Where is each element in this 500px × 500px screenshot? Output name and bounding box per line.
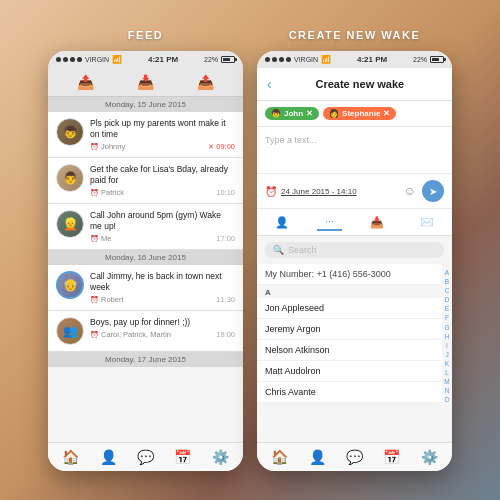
alpha-m[interactable]: M <box>444 377 449 386</box>
avatar: 👥 <box>56 317 84 345</box>
contact-item[interactable]: Chris Avante <box>257 382 442 403</box>
contact-item[interactable]: Matt Audolron <box>257 361 442 382</box>
feed-item-text: Get the cake for Lisa's Bday, already pa… <box>90 164 235 186</box>
alpha-l[interactable]: L <box>445 368 449 377</box>
alpha-e[interactable]: E <box>445 304 449 313</box>
alpha-i[interactable]: I <box>446 341 448 350</box>
send-icon: ➤ <box>429 186 437 197</box>
schedule-bar: ⏰ 24 June 2015 - 14:10 ☺ ➤ <box>257 174 452 209</box>
feed-scroll: Monday, 15 June 2015 👦 Pls pick up my pa… <box>48 97 243 442</box>
battery-create: 22% <box>413 56 427 63</box>
tab-settings-create[interactable]: ⚙️ <box>421 449 438 465</box>
tab-contact-person[interactable]: 👤 <box>267 214 297 231</box>
message-area[interactable]: Type a text... <box>257 127 452 174</box>
feed-author: ⏰ Johnny <box>90 142 125 151</box>
toolbar-icon2[interactable]: 📥 <box>137 74 154 90</box>
my-number-item: My Number: +1 (416) 556-3000 <box>257 264 442 285</box>
tab-contact-inbox[interactable]: 📥 <box>362 214 392 231</box>
emoji-button[interactable]: ☺ <box>404 184 416 198</box>
feed-time: 10:10 <box>216 188 235 197</box>
search-placeholder: Search <box>288 245 317 255</box>
tab-messages[interactable]: 💬 <box>137 449 154 465</box>
alpha-o[interactable]: O <box>444 395 449 404</box>
recipient-name-john: John <box>284 109 303 118</box>
tab-bar-create: 🏠 👤 💬 📅 ⚙️ <box>257 442 452 471</box>
feed-time: 17:00 <box>216 234 235 243</box>
create-title: Create new wake <box>278 78 442 90</box>
contact-item[interactable]: Nelson Atkinson <box>257 340 442 361</box>
feed-time: 11:30 <box>216 295 235 304</box>
feed-item-text: Pls pick up my parents wont make it on t… <box>90 118 235 140</box>
author-name: Johnny <box>101 142 125 151</box>
avatar: 👴 <box>56 271 84 299</box>
feed-item[interactable]: 👴 Call Jimmy, he is back in town next we… <box>48 265 243 311</box>
schedule-date[interactable]: 24 June 2015 - 14:10 <box>281 187 357 196</box>
feed-item-content: Call John around 5pm (gym) Wake me up! ⏰… <box>90 210 235 243</box>
tab-profile[interactable]: 👤 <box>100 449 117 465</box>
alpha-j[interactable]: J <box>445 350 448 359</box>
my-number-text: My Number: +1 (416) 556-3000 <box>265 269 391 279</box>
alpha-b[interactable]: B <box>445 277 449 286</box>
tab-home-create[interactable]: 🏠 <box>271 449 288 465</box>
tab-calendar[interactable]: 📅 <box>174 449 191 465</box>
recipient-tag-john[interactable]: 👦 John ✕ <box>265 107 319 120</box>
tab-home[interactable]: 🏠 <box>62 449 79 465</box>
feed-item[interactable]: 👱 Call John around 5pm (gym) Wake me up!… <box>48 204 243 250</box>
feed-item[interactable]: 👦 Pls pick up my parents wont make it on… <box>48 112 243 158</box>
tab-calendar-create[interactable]: 📅 <box>383 449 400 465</box>
alpha-a[interactable]: A <box>445 268 449 277</box>
clock-icon: ⏰ <box>265 186 277 197</box>
contact-type-tabs: 👤 ··· 📥 ✉️ <box>257 209 452 236</box>
contacts-scroll: My Number: +1 (416) 556-3000 A Jon Apple… <box>257 264 442 442</box>
alphabet-index: A B C D E F G H I J K L M N O <box>442 264 452 442</box>
recipient-tag-stephanie[interactable]: 👩 Stephanie ✕ <box>323 107 396 120</box>
tab-messages-create[interactable]: 💬 <box>346 449 363 465</box>
contact-item[interactable]: Jeremy Argon <box>257 319 442 340</box>
tab-contact-more[interactable]: ··· <box>317 213 342 231</box>
tab-contact-mail[interactable]: ✉️ <box>412 214 442 231</box>
status-bar-feed: VIRGIN 📶 4:21 PM 22% <box>48 51 243 68</box>
feed-item[interactable]: 👨 Get the cake for Lisa's Bday, already … <box>48 158 243 204</box>
feed-author: ⏰ Robert <box>90 295 124 304</box>
feed-author: ⏰ Carol, Patrick, Martin <box>90 330 171 339</box>
feed-time: 09:00 <box>216 142 235 151</box>
send-button[interactable]: ➤ <box>422 180 444 202</box>
alpha-f[interactable]: F <box>445 313 449 322</box>
search-bar[interactable]: 🔍 Search <box>265 242 444 258</box>
alpha-c[interactable]: C <box>445 286 450 295</box>
alpha-k[interactable]: K <box>445 359 449 368</box>
alpha-n[interactable]: N <box>445 386 450 395</box>
carrier-feed: VIRGIN <box>85 56 109 63</box>
alpha-d[interactable]: D <box>445 295 450 304</box>
create-label: CREATE NEW WAKE <box>289 29 421 41</box>
back-button[interactable]: ‹ <box>267 76 272 92</box>
contact-list: My Number: +1 (416) 556-3000 A Jon Apple… <box>257 264 452 442</box>
recipient-avatar-stephanie: 👩 <box>329 109 339 118</box>
author-name: Patrick <box>101 188 124 197</box>
feed-item[interactable]: 👥 Boys, pay up for dinner! ;)) ⏰ Carol, … <box>48 311 243 352</box>
date-sep-2: Monday, 16 June 2015 <box>48 250 243 265</box>
alpha-h[interactable]: H <box>445 332 450 341</box>
status-bar-create: VIRGIN 📶 4:21 PM 22% <box>257 51 452 68</box>
tab-profile-create[interactable]: 👤 <box>309 449 326 465</box>
feed-label: FEED <box>128 29 163 41</box>
create-phone: VIRGIN 📶 4:21 PM 22% ‹ Create new wake 👦… <box>257 51 452 471</box>
contact-item[interactable]: Jon Appleseed <box>257 298 442 319</box>
feed-item-text: Call John around 5pm (gym) Wake me up! <box>90 210 235 232</box>
remove-stephanie-button[interactable]: ✕ <box>383 109 390 118</box>
tab-settings[interactable]: ⚙️ <box>212 449 229 465</box>
remove-john-button[interactable]: ✕ <box>306 109 313 118</box>
author-name: Carol, Patrick, Martin <box>101 330 171 339</box>
feed-phone: VIRGIN 📶 4:21 PM 22% 📤 📥 📤 Monday, 15 Ju… <box>48 51 243 471</box>
feed-author: ⏰ Patrick <box>90 188 124 197</box>
alpha-g[interactable]: G <box>444 323 449 332</box>
feed-item-content: Pls pick up my parents wont make it on t… <box>90 118 235 151</box>
date-sep-1: Monday, 15 June 2015 <box>48 97 243 112</box>
feed-item-text: Boys, pay up for dinner! ;)) <box>90 317 235 328</box>
toolbar-icon3[interactable]: 📤 <box>197 74 214 90</box>
tab-bar-feed: 🏠 👤 💬 📅 ⚙️ <box>48 442 243 471</box>
toolbar-icon1[interactable]: 📤 <box>77 74 94 90</box>
avatar: 👨 <box>56 164 84 192</box>
create-header: ‹ Create new wake <box>257 68 452 101</box>
search-icon: 🔍 <box>273 245 284 255</box>
